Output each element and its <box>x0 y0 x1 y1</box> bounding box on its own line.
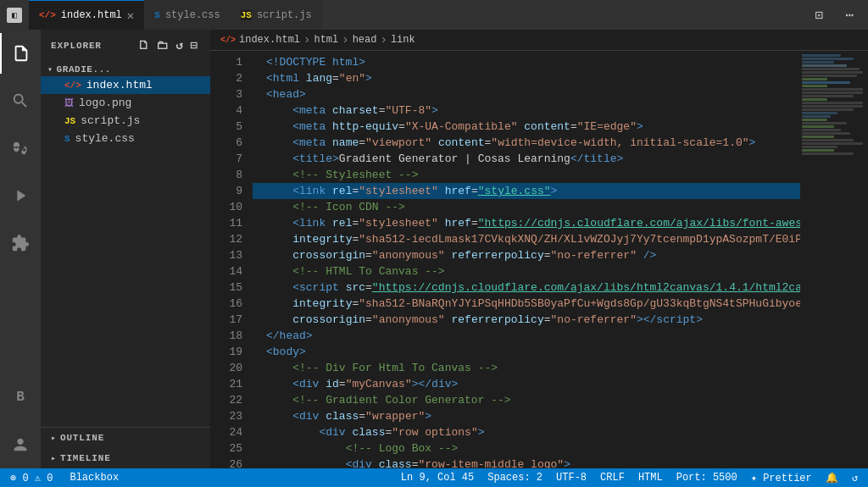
code-line-18: </head> <box>253 328 800 344</box>
status-blackbox[interactable]: Blackbox <box>66 472 122 484</box>
file-icon-html: </> <box>64 80 81 91</box>
outline-section[interactable]: ▸ OUTLINE <box>41 428 210 448</box>
file-icon-js: JS <box>64 116 75 126</box>
file-name-style-css: style.css <box>75 132 135 145</box>
code-line-9: <link rel="stylesheet" href="style.css"> <box>253 183 800 199</box>
app-icon: ◧ <box>7 8 22 23</box>
html-tab-icon: </> <box>39 10 56 20</box>
css-tab-icon: S <box>154 10 160 20</box>
status-language[interactable]: HTML <box>635 472 666 484</box>
more-actions-button[interactable]: ⋯ <box>837 3 861 27</box>
activity-extensions[interactable] <box>0 223 41 263</box>
title-bar-left: ◧ <box>7 8 22 23</box>
refresh-icon[interactable]: ↺ <box>174 36 185 54</box>
breadcrumb: </> index.html › html › head › link <box>210 30 868 51</box>
sidebar: EXPLORER 🗋 🗀 ↺ ⊟ ▾ GRADIE... </> index.h… <box>41 30 210 468</box>
folder-name: GRADIE... <box>57 64 111 75</box>
timeline-section[interactable]: ▸ TIMELINE <box>41 448 210 468</box>
status-line-ending[interactable]: CRLF <box>597 472 628 484</box>
collapse-icon[interactable]: ⊟ <box>189 36 200 54</box>
status-encoding[interactable]: UTF-8 <box>553 472 590 484</box>
bell-icon: 🔔 <box>826 472 838 484</box>
code-line-22: <!-- Gradient Color Generator --> <box>253 392 800 408</box>
tab-label-script-js: script.js <box>257 9 312 21</box>
tab-style-css[interactable]: S style.css <box>144 0 230 30</box>
tab-bar: </> index.html ✕ S style.css JS script.j… <box>29 0 807 30</box>
code-line-17: crossorigin="anonymous" referrerpolicy="… <box>253 312 800 328</box>
breadcrumb-sep-1: › <box>303 33 310 47</box>
code-line-7: <title>Gradient Generator | Cosas Learni… <box>253 151 800 167</box>
sidebar-header: EXPLORER 🗋 🗀 ↺ ⊟ <box>41 30 210 61</box>
title-bar: ◧ </> index.html ✕ S style.css JS script… <box>0 0 868 30</box>
line-numbers: 12345 678910 1112131415 1617181920 21222… <box>210 51 253 468</box>
activity-run[interactable] <box>0 175 41 216</box>
breadcrumb-sep-2: › <box>342 33 348 47</box>
status-errors[interactable]: ⊗ 0 ⚠ 0 <box>7 472 56 484</box>
activity-account[interactable] <box>0 424 41 465</box>
breadcrumb-file-icon: </> <box>220 36 236 45</box>
code-line-26: <div class="row-item-middle logo"> <box>253 457 800 468</box>
code-line-8: <!-- Stylesheet --> <box>253 167 800 183</box>
file-item-logo-png[interactable]: 🖼 logo.png <box>41 94 210 112</box>
sidebar-bottom-sections: ▸ OUTLINE ▸ TIMELINE <box>41 427 210 468</box>
timeline-label: TIMELINE <box>60 453 111 463</box>
activity-search[interactable] <box>0 80 41 121</box>
file-item-style-css[interactable]: S style.css <box>41 130 210 147</box>
tab-label-index-html: index.html <box>61 9 122 21</box>
activity-explorer[interactable] <box>0 33 41 74</box>
status-line-col[interactable]: Ln 9, Col 45 <box>398 472 477 484</box>
code-line-11: <link rel="stylesheet" href="https://cdn… <box>253 215 800 231</box>
breadcrumb-html[interactable]: html <box>314 34 338 46</box>
folder-section: ▾ GRADIE... </> index.html 🖼 logo.png JS… <box>41 61 210 149</box>
status-prettier[interactable]: ✦ Prettier <box>748 472 815 484</box>
minimap <box>800 51 868 468</box>
code-line-25: <!-- Logo Box --> <box>253 440 800 457</box>
code-line-5: <meta http-equiv="X-UA-Compatible" conte… <box>253 119 800 135</box>
code-line-13: crossorigin="anonymous" referrerpolicy="… <box>253 247 800 263</box>
folder-chevron: ▾ <box>47 64 53 75</box>
new-folder-icon[interactable]: 🗀 <box>154 37 170 54</box>
activity-source-control[interactable] <box>0 128 41 169</box>
code-editor: 12345 678910 1112131415 1617181920 21222… <box>210 51 868 468</box>
status-prettier-label: ✦ Prettier <box>751 472 812 484</box>
tab-script-js[interactable]: JS script.js <box>231 0 322 30</box>
activity-blackbox[interactable]: B <box>0 377 41 418</box>
file-icon-png: 🖼 <box>64 97 74 108</box>
code-line-16: integrity="sha512-BNaRQnYJYiPSqHHDb5SB0y… <box>253 296 800 312</box>
code-line-1: <!DOCTYPE html> <box>253 54 800 70</box>
status-spaces-label: Spaces: 2 <box>487 472 542 484</box>
code-line-21: <div id="myCanvas"></div> <box>253 376 800 392</box>
code-line-15: <script src="https://cdnjs.cloudflare.co… <box>253 279 800 296</box>
code-line-19: <body> <box>253 344 800 360</box>
tab-index-html[interactable]: </> index.html ✕ <box>29 0 144 30</box>
code-line-23: <div class="wrapper"> <box>253 408 800 424</box>
code-line-10: <!-- Icon CDN --> <box>253 199 800 215</box>
split-editor-button[interactable]: ⊡ <box>807 3 831 27</box>
status-spaces[interactable]: Spaces: 2 <box>484 472 546 484</box>
outline-label: OUTLINE <box>60 433 104 443</box>
status-errors-label: ⊗ 0 ⚠ 0 <box>10 472 53 484</box>
status-notification-icon[interactable]: 🔔 <box>822 472 842 484</box>
status-sync-icon[interactable]: ↺ <box>849 472 861 484</box>
activity-bar: B <box>0 30 41 468</box>
breadcrumb-link[interactable]: link <box>391 34 415 46</box>
file-name-script-js: script.js <box>81 114 140 127</box>
tab-close-index-html[interactable]: ✕ <box>127 8 134 23</box>
code-line-6: <meta name="viewport" content="width=dev… <box>253 135 800 151</box>
timeline-chevron: ▸ <box>51 453 57 463</box>
sync-icon: ↺ <box>852 472 858 484</box>
file-name-index-html: index.html <box>86 79 153 91</box>
status-right: Ln 9, Col 45 Spaces: 2 UTF-8 CRLF HTML P… <box>398 472 861 484</box>
sidebar-title: EXPLORER <box>51 41 102 51</box>
code-line-14: <!-- HTML To Canvas --> <box>253 263 800 279</box>
status-line-col-label: Ln 9, Col 45 <box>401 472 474 484</box>
breadcrumb-head[interactable]: head <box>353 34 377 46</box>
file-item-index-html[interactable]: </> index.html <box>41 76 210 94</box>
code-content[interactable]: <!DOCTYPE html> <html lang="en"> <head> … <box>253 51 800 468</box>
breadcrumb-file[interactable]: index.html <box>239 34 300 46</box>
code-line-2: <html lang="en"> <box>253 70 800 86</box>
status-port[interactable]: Port: 5500 <box>673 472 741 484</box>
folder-label[interactable]: ▾ GRADIE... <box>41 63 210 76</box>
file-item-script-js[interactable]: JS script.js <box>41 112 210 130</box>
new-file-icon[interactable]: 🗋 <box>136 37 152 54</box>
